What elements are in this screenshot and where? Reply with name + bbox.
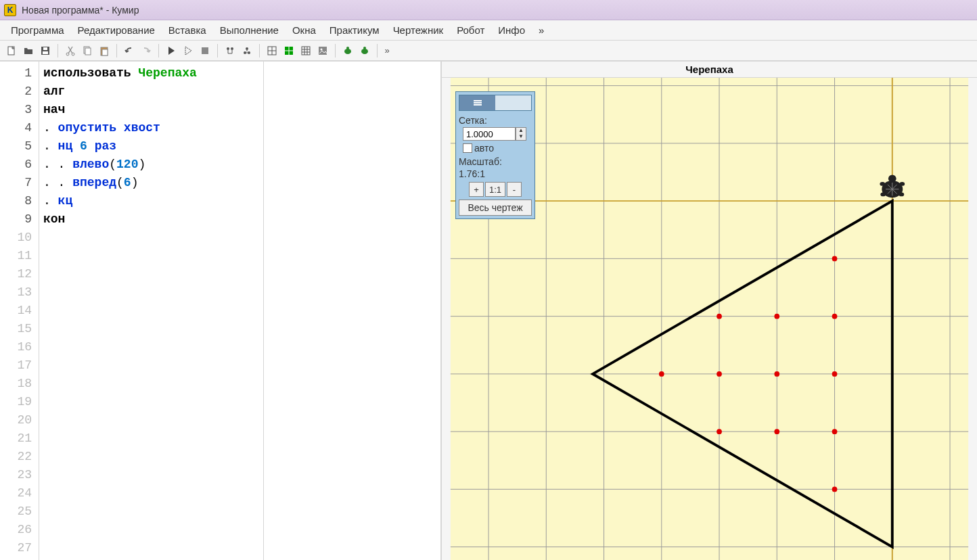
svg-rect-22	[302, 47, 310, 55]
svg-point-73	[880, 193, 886, 197]
menu-item[interactable]: Инфо	[491, 20, 532, 40]
open-file-button[interactable]	[21, 43, 36, 58]
window-title: Новая программа* - Кумир	[22, 5, 139, 16]
svg-point-13	[246, 47, 248, 50]
menu-item[interactable]: Вставка	[162, 20, 213, 40]
svg-point-60	[832, 314, 838, 319]
svg-point-66	[774, 429, 779, 434]
copy-button[interactable]	[80, 43, 95, 58]
turtle-canvas-wrap: Сетка: ▲ ▼ авто Масштаб: 1.76:1 + 1:1	[442, 78, 977, 560]
svg-rect-2	[43, 51, 48, 54]
toolbar-more-button[interactable]: »	[382, 43, 392, 58]
undo-button[interactable]	[122, 43, 137, 58]
panel-tab-menu[interactable]	[459, 95, 495, 110]
app-icon: K	[4, 4, 16, 16]
menu-item[interactable]: Выполнение	[213, 20, 286, 40]
auto-grid-label: авто	[474, 143, 494, 154]
new-file-button[interactable]	[4, 43, 19, 58]
svg-point-67	[832, 429, 838, 434]
scale-value: 1.76:1	[459, 168, 532, 179]
zoom-reset-button[interactable]: 1:1	[485, 182, 505, 197]
svg-rect-7	[85, 48, 91, 55]
titlebar: K Новая программа* - Кумир	[0, 0, 977, 20]
auto-grid-checkbox[interactable]	[463, 143, 472, 153]
turtle1-button[interactable]	[340, 43, 355, 58]
redo-button[interactable]	[139, 43, 154, 58]
img-button[interactable]	[315, 43, 330, 58]
paste-button[interactable]	[97, 43, 112, 58]
cut-button[interactable]	[63, 43, 78, 58]
fit-all-button[interactable]: Весь чертеж	[459, 200, 532, 216]
svg-point-11	[227, 47, 229, 50]
code-editor[interactable]: 1234567891011121314151617181920212223242…	[0, 62, 264, 560]
tool-b-button[interactable]	[240, 43, 254, 58]
svg-point-63	[774, 371, 779, 377]
menu-item[interactable]: Робот	[450, 20, 491, 40]
grid3-button[interactable]	[298, 43, 313, 58]
editor-right-split	[264, 62, 440, 560]
svg-point-57	[832, 256, 838, 262]
svg-point-70	[888, 174, 896, 183]
svg-rect-3	[43, 47, 47, 50]
stop-button[interactable]	[198, 43, 212, 58]
menu-item[interactable]: Окна	[286, 20, 323, 40]
grid-spin-down[interactable]: ▼	[516, 134, 526, 140]
svg-point-74	[899, 193, 904, 197]
content: 1234567891011121314151617181920212223242…	[0, 61, 977, 560]
svg-point-68	[832, 487, 838, 492]
svg-point-5	[72, 53, 74, 55]
tool-a-button[interactable]	[223, 43, 237, 58]
grid-label: Сетка:	[459, 115, 532, 126]
svg-point-29	[344, 49, 351, 54]
svg-point-59	[774, 314, 779, 319]
panel-tab-alt[interactable]	[495, 95, 531, 110]
svg-point-64	[832, 371, 838, 377]
turtle-control-panel[interactable]: Сетка: ▲ ▼ авто Масштаб: 1.76:1 + 1:1	[455, 91, 535, 219]
svg-rect-9	[102, 49, 108, 55]
scale-label: Масштаб:	[459, 156, 532, 167]
code-area[interactable]: использовать Черепахаалгнач. опустить хв…	[39, 62, 263, 560]
menubar: ПрограммаРедактированиеВставкаВыполнение…	[0, 20, 977, 41]
grid2-button[interactable]	[281, 43, 296, 58]
svg-rect-27	[319, 47, 327, 55]
svg-point-58	[717, 314, 722, 319]
svg-point-28	[321, 48, 323, 50]
svg-point-31	[361, 49, 368, 54]
svg-point-30	[346, 47, 349, 49]
menu-item[interactable]: Чертежник	[386, 20, 451, 40]
toolbar: »	[0, 41, 977, 61]
editor-pane: 1234567891011121314151617181920212223242…	[0, 61, 441, 560]
step-button[interactable]	[181, 43, 196, 58]
save-file-button[interactable]	[38, 43, 53, 58]
menu-item[interactable]: Редактирование	[71, 20, 162, 40]
svg-point-62	[717, 371, 722, 377]
svg-point-71	[880, 182, 885, 186]
zoom-out-button[interactable]: -	[507, 182, 522, 197]
svg-point-72	[899, 182, 905, 186]
line-gutter: 1234567891011121314151617181920212223242…	[0, 62, 39, 560]
turtle-title: Черепаха	[442, 62, 977, 78]
svg-point-4	[66, 53, 69, 55]
svg-point-32	[363, 47, 366, 49]
menu-item[interactable]: »	[532, 20, 551, 40]
turtle2-button[interactable]	[357, 43, 372, 58]
svg-point-65	[717, 429, 722, 434]
grid-size-input[interactable]	[463, 127, 516, 141]
run-button[interactable]	[164, 43, 179, 58]
turtle-pane: Черепаха Сетка: ▲ ▼ авто	[441, 61, 977, 560]
menu-item[interactable]: Программа	[4, 20, 71, 40]
zoom-in-button[interactable]: +	[469, 182, 484, 197]
svg-point-12	[231, 47, 233, 50]
grid1-button[interactable]	[265, 43, 279, 58]
menu-item[interactable]: Практикум	[323, 20, 386, 40]
svg-point-61	[659, 371, 664, 377]
svg-rect-10	[202, 47, 208, 54]
